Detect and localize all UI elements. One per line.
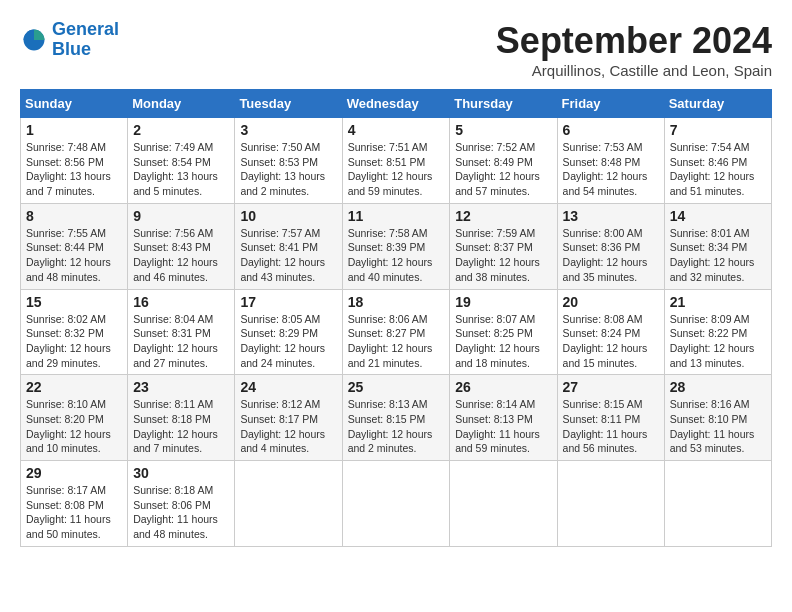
day-info: Sunrise: 7:51 AM Sunset: 8:51 PM Dayligh… (348, 140, 445, 199)
calendar-week-2: 8Sunrise: 7:55 AM Sunset: 8:44 PM Daylig… (21, 203, 772, 289)
day-info: Sunrise: 8:05 AM Sunset: 8:29 PM Dayligh… (240, 312, 336, 371)
calendar-cell: 19Sunrise: 8:07 AM Sunset: 8:25 PM Dayli… (450, 289, 557, 375)
day-number: 25 (348, 379, 445, 395)
day-number: 10 (240, 208, 336, 224)
day-info: Sunrise: 8:00 AM Sunset: 8:36 PM Dayligh… (563, 226, 659, 285)
calendar-week-4: 22Sunrise: 8:10 AM Sunset: 8:20 PM Dayli… (21, 375, 772, 461)
calendar-cell: 10Sunrise: 7:57 AM Sunset: 8:41 PM Dayli… (235, 203, 342, 289)
calendar-cell: 11Sunrise: 7:58 AM Sunset: 8:39 PM Dayli… (342, 203, 450, 289)
calendar-cell (450, 461, 557, 547)
calendar-cell: 15Sunrise: 8:02 AM Sunset: 8:32 PM Dayli… (21, 289, 128, 375)
calendar-cell (664, 461, 771, 547)
logo-icon (20, 26, 48, 54)
day-header-saturday: Saturday (664, 90, 771, 118)
day-number: 17 (240, 294, 336, 310)
day-info: Sunrise: 8:10 AM Sunset: 8:20 PM Dayligh… (26, 397, 122, 456)
day-number: 28 (670, 379, 766, 395)
calendar-cell (235, 461, 342, 547)
logo-line1: General (52, 19, 119, 39)
day-info: Sunrise: 7:58 AM Sunset: 8:39 PM Dayligh… (348, 226, 445, 285)
day-info: Sunrise: 8:01 AM Sunset: 8:34 PM Dayligh… (670, 226, 766, 285)
calendar-table: SundayMondayTuesdayWednesdayThursdayFrid… (20, 89, 772, 547)
day-header-thursday: Thursday (450, 90, 557, 118)
calendar-cell: 29Sunrise: 8:17 AM Sunset: 8:08 PM Dayli… (21, 461, 128, 547)
day-info: Sunrise: 7:53 AM Sunset: 8:48 PM Dayligh… (563, 140, 659, 199)
calendar-cell: 18Sunrise: 8:06 AM Sunset: 8:27 PM Dayli… (342, 289, 450, 375)
day-number: 19 (455, 294, 551, 310)
day-info: Sunrise: 7:55 AM Sunset: 8:44 PM Dayligh… (26, 226, 122, 285)
calendar-cell: 23Sunrise: 8:11 AM Sunset: 8:18 PM Dayli… (128, 375, 235, 461)
day-info: Sunrise: 8:14 AM Sunset: 8:13 PM Dayligh… (455, 397, 551, 456)
calendar-cell: 16Sunrise: 8:04 AM Sunset: 8:31 PM Dayli… (128, 289, 235, 375)
day-info: Sunrise: 8:17 AM Sunset: 8:08 PM Dayligh… (26, 483, 122, 542)
day-number: 12 (455, 208, 551, 224)
calendar-cell: 27Sunrise: 8:15 AM Sunset: 8:11 PM Dayli… (557, 375, 664, 461)
day-info: Sunrise: 7:59 AM Sunset: 8:37 PM Dayligh… (455, 226, 551, 285)
calendar-cell (342, 461, 450, 547)
calendar-cell: 2Sunrise: 7:49 AM Sunset: 8:54 PM Daylig… (128, 118, 235, 204)
day-info: Sunrise: 7:54 AM Sunset: 8:46 PM Dayligh… (670, 140, 766, 199)
day-number: 30 (133, 465, 229, 481)
calendar-cell: 20Sunrise: 8:08 AM Sunset: 8:24 PM Dayli… (557, 289, 664, 375)
day-number: 5 (455, 122, 551, 138)
day-number: 23 (133, 379, 229, 395)
day-number: 9 (133, 208, 229, 224)
day-number: 26 (455, 379, 551, 395)
logo-line2: Blue (52, 39, 91, 59)
day-info: Sunrise: 7:52 AM Sunset: 8:49 PM Dayligh… (455, 140, 551, 199)
day-info: Sunrise: 8:02 AM Sunset: 8:32 PM Dayligh… (26, 312, 122, 371)
calendar-cell: 14Sunrise: 8:01 AM Sunset: 8:34 PM Dayli… (664, 203, 771, 289)
day-header-friday: Friday (557, 90, 664, 118)
day-number: 8 (26, 208, 122, 224)
day-number: 14 (670, 208, 766, 224)
calendar-week-3: 15Sunrise: 8:02 AM Sunset: 8:32 PM Dayli… (21, 289, 772, 375)
location-subtitle: Arquillinos, Castille and Leon, Spain (496, 62, 772, 79)
day-number: 16 (133, 294, 229, 310)
day-number: 21 (670, 294, 766, 310)
calendar-cell: 26Sunrise: 8:14 AM Sunset: 8:13 PM Dayli… (450, 375, 557, 461)
day-header-monday: Monday (128, 90, 235, 118)
day-info: Sunrise: 8:06 AM Sunset: 8:27 PM Dayligh… (348, 312, 445, 371)
calendar-header-row: SundayMondayTuesdayWednesdayThursdayFrid… (21, 90, 772, 118)
day-info: Sunrise: 7:49 AM Sunset: 8:54 PM Dayligh… (133, 140, 229, 199)
day-number: 3 (240, 122, 336, 138)
calendar-cell (557, 461, 664, 547)
day-number: 29 (26, 465, 122, 481)
calendar-cell: 24Sunrise: 8:12 AM Sunset: 8:17 PM Dayli… (235, 375, 342, 461)
day-header-sunday: Sunday (21, 90, 128, 118)
calendar-week-5: 29Sunrise: 8:17 AM Sunset: 8:08 PM Dayli… (21, 461, 772, 547)
title-block: September 2024 Arquillinos, Castille and… (496, 20, 772, 79)
day-info: Sunrise: 8:11 AM Sunset: 8:18 PM Dayligh… (133, 397, 229, 456)
day-info: Sunrise: 7:57 AM Sunset: 8:41 PM Dayligh… (240, 226, 336, 285)
calendar-cell: 8Sunrise: 7:55 AM Sunset: 8:44 PM Daylig… (21, 203, 128, 289)
page-header: General Blue September 2024 Arquillinos,… (20, 20, 772, 79)
day-number: 20 (563, 294, 659, 310)
calendar-cell: 9Sunrise: 7:56 AM Sunset: 8:43 PM Daylig… (128, 203, 235, 289)
day-info: Sunrise: 8:16 AM Sunset: 8:10 PM Dayligh… (670, 397, 766, 456)
calendar-cell: 25Sunrise: 8:13 AM Sunset: 8:15 PM Dayli… (342, 375, 450, 461)
day-info: Sunrise: 8:09 AM Sunset: 8:22 PM Dayligh… (670, 312, 766, 371)
day-info: Sunrise: 8:12 AM Sunset: 8:17 PM Dayligh… (240, 397, 336, 456)
day-number: 13 (563, 208, 659, 224)
logo: General Blue (20, 20, 119, 60)
calendar-cell: 4Sunrise: 7:51 AM Sunset: 8:51 PM Daylig… (342, 118, 450, 204)
day-number: 4 (348, 122, 445, 138)
day-number: 18 (348, 294, 445, 310)
calendar-cell: 1Sunrise: 7:48 AM Sunset: 8:56 PM Daylig… (21, 118, 128, 204)
day-number: 6 (563, 122, 659, 138)
calendar-week-1: 1Sunrise: 7:48 AM Sunset: 8:56 PM Daylig… (21, 118, 772, 204)
day-number: 27 (563, 379, 659, 395)
day-number: 1 (26, 122, 122, 138)
day-number: 11 (348, 208, 445, 224)
calendar-cell: 13Sunrise: 8:00 AM Sunset: 8:36 PM Dayli… (557, 203, 664, 289)
calendar-cell: 17Sunrise: 8:05 AM Sunset: 8:29 PM Dayli… (235, 289, 342, 375)
calendar-cell: 5Sunrise: 7:52 AM Sunset: 8:49 PM Daylig… (450, 118, 557, 204)
day-header-tuesday: Tuesday (235, 90, 342, 118)
day-number: 7 (670, 122, 766, 138)
calendar-cell: 28Sunrise: 8:16 AM Sunset: 8:10 PM Dayli… (664, 375, 771, 461)
day-info: Sunrise: 8:18 AM Sunset: 8:06 PM Dayligh… (133, 483, 229, 542)
day-info: Sunrise: 8:13 AM Sunset: 8:15 PM Dayligh… (348, 397, 445, 456)
day-info: Sunrise: 8:07 AM Sunset: 8:25 PM Dayligh… (455, 312, 551, 371)
calendar-cell: 7Sunrise: 7:54 AM Sunset: 8:46 PM Daylig… (664, 118, 771, 204)
day-info: Sunrise: 8:15 AM Sunset: 8:11 PM Dayligh… (563, 397, 659, 456)
